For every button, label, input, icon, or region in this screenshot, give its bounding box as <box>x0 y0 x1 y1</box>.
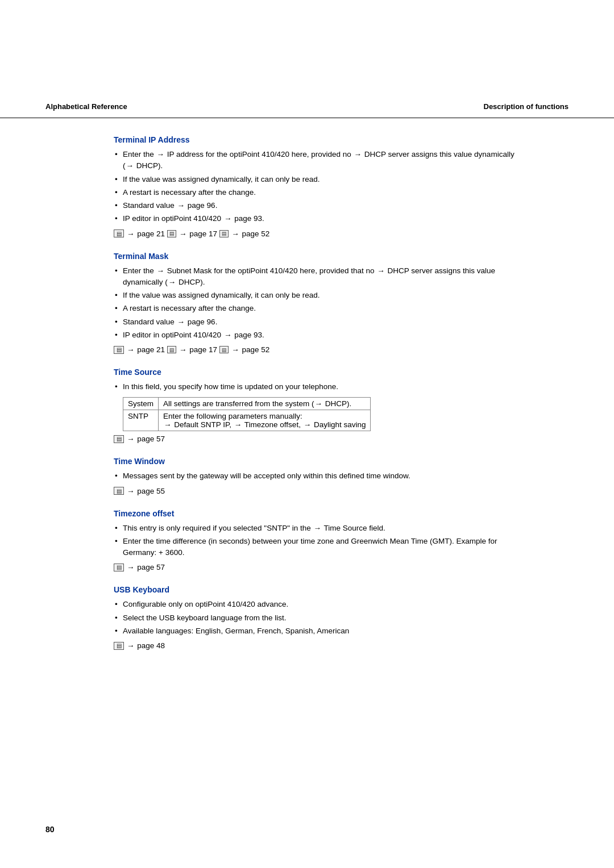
list-item: IP editor in optiPoint 410/420 page 93. <box>114 329 523 341</box>
list-item: Messages sent by the gateway will be acc… <box>114 470 523 482</box>
bullet-list-terminal-ip: Enter the IP address for the optiPoint 4… <box>114 149 523 225</box>
bullet-list-usb-keyboard: Configurable only on optiPoint 410/420 a… <box>114 599 523 637</box>
page-header: Alphabetical Reference Description of fu… <box>0 0 614 118</box>
page: Alphabetical Reference Description of fu… <box>0 0 614 868</box>
ref-text: page 17 <box>179 229 217 238</box>
table-row: SNTP Enter the following parameters manu… <box>123 410 371 431</box>
ref-line-terminal-mask: ▤ page 21 ▤ page 17 ▤ page 52 <box>114 345 523 354</box>
section-terminal-mask: Terminal Mask Enter the Subnet Mask for … <box>114 252 523 354</box>
ref-line-time-source: ▤ page 57 <box>114 435 523 443</box>
main-content: Terminal IP Address Enter the IP address… <box>0 130 614 709</box>
list-item: A restart is necessary after the change. <box>114 187 523 198</box>
ref-icon: ▤ <box>114 346 124 354</box>
bullet-list-time-source: In this field, you specify how time is u… <box>114 381 523 393</box>
list-item: IP editor in optiPoint 410/420 page 93. <box>114 213 523 224</box>
bullet-list-time-window: Messages sent by the gateway will be acc… <box>114 470 523 482</box>
header-right: Description of functions <box>484 102 569 111</box>
list-item: Standard value page 96. <box>114 316 523 328</box>
section-terminal-ip-address: Terminal IP Address Enter the IP address… <box>114 135 523 238</box>
ref-text: page 57 <box>126 563 165 571</box>
ref-text: page 52 <box>231 345 269 354</box>
section-title-time-window: Time Window <box>114 457 523 466</box>
table-cell-sntp-label: SNTP <box>123 410 159 431</box>
ref-text: page 55 <box>126 487 165 495</box>
table-cell-system-value: All settings are transferred from the sy… <box>159 398 371 410</box>
section-time-window: Time Window Messages sent by the gateway… <box>114 457 523 495</box>
section-usb-keyboard: USB Keyboard Configurable only on optiPo… <box>114 585 523 650</box>
table-cell-system-label: System <box>123 398 159 410</box>
list-item: If the value was assigned dynamically, i… <box>114 174 523 185</box>
header-left: Alphabetical Reference <box>45 102 127 111</box>
ref-line-usb-keyboard: ▤ page 48 <box>114 641 523 650</box>
ref-icon-small: ▤ <box>167 230 176 237</box>
section-title-terminal-ip-address: Terminal IP Address <box>114 135 523 144</box>
ref-text: page 52 <box>231 229 269 238</box>
time-source-table: System All settings are transferred from… <box>123 397 371 431</box>
list-item: Available languages: English, German, Fr… <box>114 625 523 637</box>
ref-line-terminal-ip: ▤ page 21 ▤ page 17 ▤ page 52 <box>114 229 523 238</box>
list-item: A restart is necessary after the change. <box>114 303 523 314</box>
ref-icon: ▤ <box>114 642 124 650</box>
ref-icon: ▤ <box>114 564 124 571</box>
bullet-list-terminal-mask: Enter the Subnet Mask for the optiPoint … <box>114 265 523 341</box>
section-title-terminal-mask: Terminal Mask <box>114 252 523 261</box>
list-item: Enter the Subnet Mask for the optiPoint … <box>114 265 523 289</box>
ref-icon: ▤ <box>114 229 124 237</box>
bullet-list-timezone-offset: This entry is only required if you selec… <box>114 523 523 559</box>
list-item: Standard value page 96. <box>114 200 523 211</box>
list-item: Enter the IP address for the optiPoint 4… <box>114 149 523 172</box>
section-time-source: Time Source In this field, you specify h… <box>114 368 523 443</box>
ref-text: page 21 <box>126 345 165 354</box>
ref-text: page 17 <box>179 345 217 354</box>
ref-icon-small: ▤ <box>167 346 176 353</box>
section-title-timezone-offset: Timezone offset <box>114 509 523 518</box>
ref-text: page 57 <box>126 435 165 443</box>
ref-icon-small2: ▤ <box>219 230 229 237</box>
ref-text: page 48 <box>126 641 165 650</box>
list-item: This entry is only required if you selec… <box>114 523 523 534</box>
section-timezone-offset: Timezone offset This entry is only requi… <box>114 509 523 572</box>
section-title-time-source: Time Source <box>114 368 523 377</box>
list-item: In this field, you specify how time is u… <box>114 381 523 393</box>
ref-line-time-window: ▤ page 55 <box>114 487 523 495</box>
list-item: Select the USB keyboard language from th… <box>114 612 523 624</box>
ref-line-timezone-offset: ▤ page 57 <box>114 563 523 571</box>
table-cell-sntp-value: Enter the following parameters manually:… <box>159 410 371 431</box>
ref-icon-small2: ▤ <box>219 346 229 353</box>
list-item: Enter the time difference (in seconds) b… <box>114 536 523 559</box>
list-item: If the value was assigned dynamically, i… <box>114 290 523 301</box>
ref-icon: ▤ <box>114 487 124 495</box>
ref-icon: ▤ <box>114 435 124 443</box>
ref-text: page 21 <box>126 229 165 238</box>
section-title-usb-keyboard: USB Keyboard <box>114 585 523 594</box>
list-item: Configurable only on optiPoint 410/420 a… <box>114 599 523 610</box>
table-row: System All settings are transferred from… <box>123 398 371 410</box>
page-number: 80 <box>45 825 55 834</box>
